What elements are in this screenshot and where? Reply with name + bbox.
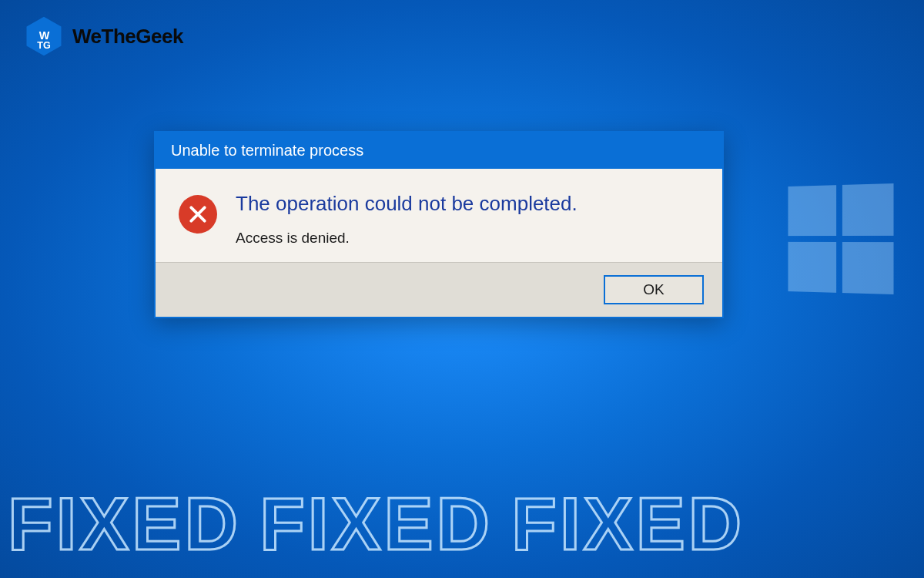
logo-hexagon-icon: W TG [23,15,65,57]
dialog-body: The operation could not be completed. Ac… [156,169,722,262]
windows-logo-icon [788,183,893,294]
dialog-title: Unable to terminate process [156,133,722,169]
fixed-banner: FIXED FIXED FIXED [8,482,916,566]
fixed-word-1: FIXED [8,482,241,566]
error-dialog: Unable to terminate process The operatio… [154,131,724,318]
dialog-main-message: The operation could not be completed. [236,192,699,216]
fixed-word-2: FIXED [259,482,493,566]
dialog-footer: OK [156,262,722,317]
svg-text:TG: TG [37,40,51,51]
dialog-message-area: The operation could not be completed. Ac… [236,192,699,247]
dialog-sub-message: Access is denied. [236,230,699,247]
error-x-icon [179,195,217,234]
brand-logo: W TG WeTheGeek [23,15,183,57]
brand-name: WeTheGeek [72,25,183,49]
ok-button[interactable]: OK [604,275,704,304]
fixed-word-3: FIXED [511,482,745,566]
